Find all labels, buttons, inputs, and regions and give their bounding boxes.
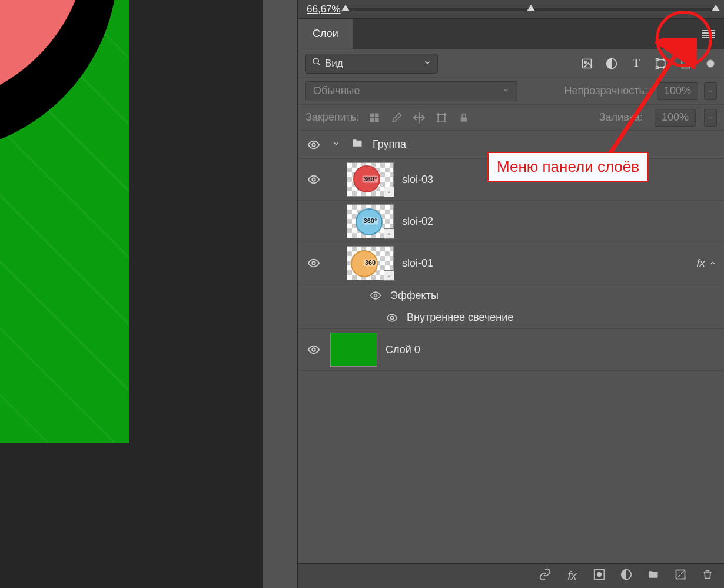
svg-point-20: [391, 316, 394, 319]
svg-rect-12: [370, 118, 374, 122]
hamburger-icon: [702, 30, 715, 38]
layer-thumbnail[interactable]: 360°▫: [347, 162, 394, 197]
svg-rect-8: [656, 67, 658, 68]
fx-item-row[interactable]: Внутреннее свечение: [298, 307, 724, 329]
svg-line-1: [318, 63, 320, 65]
layer-name[interactable]: sloi-03: [402, 174, 433, 186]
lock-label: Закрепить:: [305, 111, 359, 124]
svg-rect-2: [583, 59, 592, 68]
svg-rect-15: [461, 117, 467, 122]
group-name[interactable]: Группа: [373, 138, 406, 151]
fx-label: Эффекты: [390, 290, 439, 302]
filter-shape-icon[interactable]: [655, 57, 667, 70]
svg-rect-14: [438, 114, 445, 121]
fx-inner-glow: Внутреннее свечение: [407, 311, 513, 324]
zoom-bar: 66,67%: [298, 0, 724, 19]
filter-icons: T: [580, 57, 717, 70]
layer-name[interactable]: Слой 0: [386, 344, 420, 356]
tab-layers-label: Слои: [313, 28, 338, 40]
opacity-chevron[interactable]: [704, 82, 717, 100]
fx-icon[interactable]: fx: [565, 569, 579, 583]
blend-row: Обычные Непрозрачность: 100%: [298, 78, 724, 105]
tab-layers[interactable]: Слои: [298, 19, 353, 49]
layers-bottom-bar: fx: [298, 563, 724, 588]
visibility-toggle[interactable]: [369, 290, 382, 301]
lock-all-icon[interactable]: [457, 111, 471, 125]
search-icon: [312, 57, 321, 69]
fill-label: Заливка:: [599, 111, 643, 124]
layer-row[interactable]: 360▫ sloi-01 fx: [298, 242, 724, 284]
link-layers-icon[interactable]: [538, 568, 552, 584]
zoom-slider[interactable]: [346, 8, 716, 11]
svg-rect-10: [370, 113, 374, 117]
blend-mode-select[interactable]: Обычные: [305, 81, 517, 101]
svg-rect-9: [664, 67, 666, 68]
svg-rect-6: [656, 58, 658, 60]
visibility-toggle[interactable]: [305, 138, 322, 151]
lock-pixels-icon[interactable]: [367, 111, 381, 125]
folder-icon: [350, 137, 364, 152]
visibility-toggle[interactable]: [386, 312, 398, 324]
canvas-area[interactable]: [0, 0, 263, 588]
filter-image-icon[interactable]: [580, 57, 593, 70]
fx-indicator[interactable]: fx: [696, 257, 717, 270]
chevron-down-icon: [423, 58, 431, 69]
chevron-down-icon: [502, 85, 510, 97]
zoom-value[interactable]: 66,67%: [307, 4, 341, 15]
layers-panel: 66,67% Слои Вид T: [298, 0, 724, 588]
layer-name[interactable]: sloi-01: [402, 257, 433, 270]
layer-row[interactable]: 360°▫ sloi-03: [298, 159, 724, 201]
smartobject-badge-icon: ▫: [384, 228, 394, 239]
svg-point-3: [584, 61, 586, 62]
artboard: [0, 0, 129, 443]
layer-group-row[interactable]: Группа: [298, 131, 724, 159]
mask-icon[interactable]: [592, 569, 606, 583]
svg-point-18: [312, 261, 315, 265]
lock-artboard-icon[interactable]: [434, 111, 449, 125]
layer-thumbnail[interactable]: [330, 333, 377, 367]
filter-type-icon[interactable]: T: [630, 57, 643, 70]
svg-point-23: [597, 572, 602, 577]
layer-thumbnail[interactable]: 360▫: [347, 246, 394, 280]
lock-row: Закрепить: Заливка: 100%: [298, 105, 724, 131]
expand-toggle[interactable]: [330, 139, 342, 151]
svg-point-21: [312, 348, 315, 351]
layers-list: Группа 360°▫ sloi-03 360°▫ sloi-02 360▫ …: [298, 131, 724, 563]
svg-point-0: [313, 58, 318, 64]
new-layer-icon[interactable]: [673, 569, 688, 583]
visibility-toggle[interactable]: [305, 343, 322, 356]
new-group-icon[interactable]: [646, 569, 660, 583]
svg-point-16: [312, 143, 315, 147]
panel-tabs: Слои: [298, 19, 724, 49]
svg-rect-11: [375, 113, 379, 117]
trash-icon[interactable]: [700, 569, 715, 583]
svg-point-19: [374, 294, 377, 297]
lock-position-icon[interactable]: [412, 111, 426, 125]
visibility-toggle[interactable]: [305, 173, 322, 186]
adjustment-icon[interactable]: [619, 569, 633, 583]
opacity-value[interactable]: 100%: [657, 82, 698, 100]
visibility-toggle[interactable]: [305, 257, 322, 270]
fill-chevron[interactable]: [704, 109, 717, 127]
opacity-label: Непрозрачность:: [564, 85, 647, 97]
layer-thumbnail[interactable]: 360°▫: [347, 204, 394, 238]
blend-mode-value: Обычные: [313, 85, 360, 97]
panel-spacer: [263, 0, 298, 588]
svg-rect-7: [664, 58, 666, 60]
fx-header-row[interactable]: Эффекты: [298, 284, 724, 307]
lock-brush-icon[interactable]: [390, 111, 404, 125]
smartobject-badge-icon: ▫: [384, 187, 394, 197]
panel-menu-button[interactable]: [693, 19, 724, 49]
layer-row[interactable]: 360°▫ sloi-02: [298, 201, 724, 242]
layer-kind-filter[interactable]: Вид: [305, 54, 438, 74]
layer-name[interactable]: sloi-02: [402, 215, 433, 228]
svg-point-17: [312, 178, 315, 181]
svg-rect-13: [375, 118, 379, 122]
filter-toggle-dot[interactable]: [704, 57, 717, 70]
layer-kind-value: Вид: [325, 58, 343, 69]
filter-adjustment-icon[interactable]: [605, 57, 618, 70]
smartobject-badge-icon: ▫: [384, 270, 394, 281]
filter-smartobject-icon[interactable]: [679, 57, 692, 70]
fill-value[interactable]: 100%: [655, 109, 696, 127]
layer-row[interactable]: Слой 0: [298, 329, 724, 371]
